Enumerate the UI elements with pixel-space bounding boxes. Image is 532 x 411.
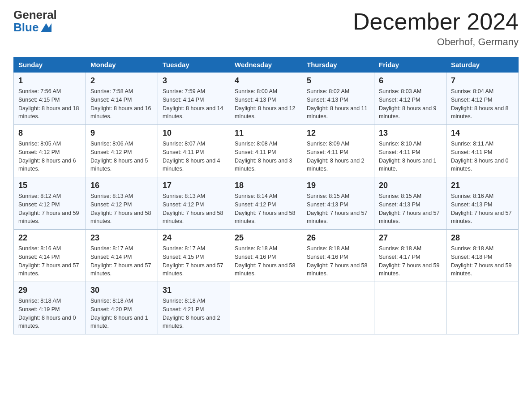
title-block: December 2024 Oberhof, Germany [353, 9, 519, 48]
day-number: 20 [379, 181, 442, 190]
day-info: Sunrise: 8:12 AMSunset: 4:12 PMDaylight:… [18, 193, 79, 224]
calendar-week-row: 22 Sunrise: 8:16 AMSunset: 4:14 PMDaylig… [14, 230, 519, 282]
calendar-cell: 25 Sunrise: 8:18 AMSunset: 4:16 PMDaylig… [230, 230, 302, 282]
calendar-week-row: 1 Sunrise: 7:56 AMSunset: 4:15 PMDayligh… [14, 73, 519, 125]
calendar-cell: 31 Sunrise: 8:18 AMSunset: 4:21 PMDaylig… [158, 282, 230, 334]
calendar-cell: 18 Sunrise: 8:14 AMSunset: 4:12 PMDaylig… [230, 177, 302, 230]
day-number: 11 [235, 128, 297, 138]
day-number: 3 [163, 76, 225, 86]
logo: General Blue [13, 9, 57, 34]
day-number: 17 [163, 181, 225, 190]
day-info: Sunrise: 8:14 AMSunset: 4:12 PMDaylight:… [235, 193, 296, 224]
calendar-table: SundayMondayTuesdayWednesdayThursdayFrid… [13, 57, 519, 334]
day-info: Sunrise: 8:16 AMSunset: 4:13 PMDaylight:… [451, 193, 512, 224]
calendar-week-row: 29 Sunrise: 8:18 AMSunset: 4:19 PMDaylig… [14, 282, 519, 334]
calendar-header-row: SundayMondayTuesdayWednesdayThursdayFrid… [14, 57, 519, 73]
day-info: Sunrise: 8:09 AMSunset: 4:11 PMDaylight:… [307, 141, 365, 172]
calendar-cell: 20 Sunrise: 8:15 AMSunset: 4:13 PMDaylig… [374, 177, 446, 230]
calendar-cell: 7 Sunrise: 8:04 AMSunset: 4:12 PMDayligh… [446, 73, 519, 125]
day-number: 2 [90, 76, 153, 86]
col-header-wednesday: Wednesday [230, 57, 302, 73]
day-number: 9 [90, 128, 153, 138]
calendar-week-row: 15 Sunrise: 8:12 AMSunset: 4:12 PMDaylig… [14, 177, 519, 230]
day-number: 19 [307, 181, 369, 190]
day-number: 16 [90, 181, 153, 190]
col-header-tuesday: Tuesday [158, 57, 230, 73]
day-info: Sunrise: 8:05 AMSunset: 4:12 PMDaylight:… [18, 141, 76, 172]
day-number: 15 [18, 181, 81, 190]
logo-blue-text: Blue [13, 21, 51, 34]
day-info: Sunrise: 8:13 AMSunset: 4:12 PMDaylight:… [163, 193, 223, 224]
day-number: 7 [451, 76, 514, 86]
day-number: 22 [18, 233, 81, 243]
day-number: 30 [90, 286, 153, 295]
day-number: 26 [307, 233, 369, 243]
day-info: Sunrise: 8:07 AMSunset: 4:11 PMDaylight:… [163, 141, 220, 172]
day-number: 25 [235, 233, 297, 243]
day-number: 18 [235, 181, 297, 190]
calendar-cell: 22 Sunrise: 8:16 AMSunset: 4:14 PMDaylig… [14, 230, 86, 282]
calendar-cell: 19 Sunrise: 8:15 AMSunset: 4:13 PMDaylig… [302, 177, 374, 230]
calendar-cell: 17 Sunrise: 8:13 AMSunset: 4:12 PMDaylig… [158, 177, 230, 230]
day-info: Sunrise: 8:18 AMSunset: 4:16 PMDaylight:… [307, 245, 368, 277]
location-text: Oberhof, Germany [353, 36, 519, 48]
day-number: 8 [18, 128, 81, 138]
col-header-friday: Friday [374, 57, 446, 73]
day-info: Sunrise: 8:15 AMSunset: 4:13 PMDaylight:… [379, 193, 440, 224]
day-number: 31 [163, 286, 225, 295]
calendar-cell: 29 Sunrise: 8:18 AMSunset: 4:19 PMDaylig… [14, 282, 86, 334]
col-header-sunday: Sunday [14, 57, 86, 73]
calendar-cell [446, 282, 519, 334]
day-info: Sunrise: 8:06 AMSunset: 4:12 PMDaylight:… [90, 141, 148, 172]
day-info: Sunrise: 8:16 AMSunset: 4:14 PMDaylight:… [18, 245, 79, 277]
day-info: Sunrise: 8:17 AMSunset: 4:14 PMDaylight:… [90, 245, 151, 277]
day-info: Sunrise: 8:08 AMSunset: 4:11 PMDaylight:… [235, 141, 292, 172]
calendar-cell [230, 282, 302, 334]
calendar-cell [374, 282, 446, 334]
day-info: Sunrise: 8:15 AMSunset: 4:13 PMDaylight:… [307, 193, 368, 224]
day-info: Sunrise: 8:13 AMSunset: 4:12 PMDaylight:… [90, 193, 151, 224]
day-number: 21 [451, 181, 514, 190]
day-info: Sunrise: 8:18 AMSunset: 4:21 PMDaylight:… [163, 298, 220, 329]
page-header: General Blue December 2024 Oberhof, Germ… [13, 9, 519, 48]
day-info: Sunrise: 7:56 AMSunset: 4:15 PMDaylight:… [18, 88, 79, 120]
calendar-cell: 11 Sunrise: 8:08 AMSunset: 4:11 PMDaylig… [230, 125, 302, 177]
calendar-cell: 26 Sunrise: 8:18 AMSunset: 4:16 PMDaylig… [302, 230, 374, 282]
day-info: Sunrise: 8:18 AMSunset: 4:19 PMDaylight:… [18, 298, 76, 329]
day-info: Sunrise: 8:18 AMSunset: 4:16 PMDaylight:… [235, 245, 296, 277]
day-info: Sunrise: 8:17 AMSunset: 4:15 PMDaylight:… [163, 245, 223, 277]
calendar-cell: 6 Sunrise: 8:03 AMSunset: 4:12 PMDayligh… [374, 73, 446, 125]
month-title: December 2024 [353, 9, 519, 34]
day-number: 1 [18, 76, 81, 86]
day-number: 29 [18, 286, 81, 295]
day-info: Sunrise: 7:59 AMSunset: 4:14 PMDaylight:… [163, 88, 223, 120]
col-header-monday: Monday [86, 57, 158, 73]
col-header-thursday: Thursday [302, 57, 374, 73]
day-info: Sunrise: 8:02 AMSunset: 4:13 PMDaylight:… [307, 88, 368, 120]
calendar-cell: 5 Sunrise: 8:02 AMSunset: 4:13 PMDayligh… [302, 73, 374, 125]
calendar-cell: 27 Sunrise: 8:18 AMSunset: 4:17 PMDaylig… [374, 230, 446, 282]
day-info: Sunrise: 7:58 AMSunset: 4:14 PMDaylight:… [90, 88, 151, 120]
calendar-cell: 8 Sunrise: 8:05 AMSunset: 4:12 PMDayligh… [14, 125, 86, 177]
day-number: 13 [379, 128, 442, 138]
logo-general-text: General [13, 9, 57, 21]
calendar-cell [302, 282, 374, 334]
day-info: Sunrise: 8:10 AMSunset: 4:11 PMDaylight:… [379, 141, 437, 172]
day-info: Sunrise: 8:11 AMSunset: 4:11 PMDaylight:… [451, 141, 509, 172]
day-number: 27 [379, 233, 442, 243]
calendar-cell: 28 Sunrise: 8:18 AMSunset: 4:18 PMDaylig… [446, 230, 519, 282]
day-number: 24 [163, 233, 225, 243]
calendar-cell: 4 Sunrise: 8:00 AMSunset: 4:13 PMDayligh… [230, 73, 302, 125]
day-info: Sunrise: 8:18 AMSunset: 4:20 PMDaylight:… [90, 298, 148, 329]
calendar-cell: 9 Sunrise: 8:06 AMSunset: 4:12 PMDayligh… [86, 125, 158, 177]
day-number: 4 [235, 76, 297, 86]
day-number: 6 [379, 76, 442, 86]
calendar-cell: 24 Sunrise: 8:17 AMSunset: 4:15 PMDaylig… [158, 230, 230, 282]
day-info: Sunrise: 8:18 AMSunset: 4:17 PMDaylight:… [379, 245, 440, 277]
day-info: Sunrise: 8:18 AMSunset: 4:18 PMDaylight:… [451, 245, 512, 277]
calendar-cell: 12 Sunrise: 8:09 AMSunset: 4:11 PMDaylig… [302, 125, 374, 177]
day-number: 10 [163, 128, 225, 138]
day-info: Sunrise: 8:03 AMSunset: 4:12 PMDaylight:… [379, 88, 437, 120]
day-info: Sunrise: 8:00 AMSunset: 4:13 PMDaylight:… [235, 88, 296, 120]
day-info: Sunrise: 8:04 AMSunset: 4:12 PMDaylight:… [451, 88, 509, 120]
